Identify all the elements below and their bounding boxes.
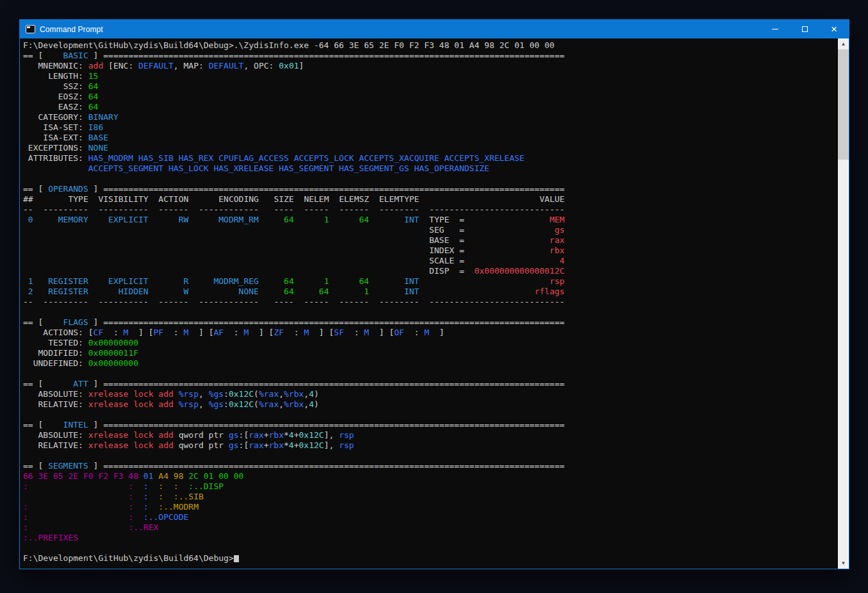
console-area: F:\Development\GitHub\zydis\Build64\Debu… bbox=[20, 38, 849, 569]
terminal-line: : : :..OPCODE bbox=[23, 512, 838, 522]
terminal-line: EASZ: 64 bbox=[23, 102, 838, 112]
terminal-line: LENGTH: 15 bbox=[23, 71, 838, 81]
triangle-up-icon: ▲ bbox=[841, 41, 846, 47]
terminal-line: TESTED: 0x00000000 bbox=[23, 338, 838, 348]
vertical-scrollbar[interactable]: ▲ ▼ bbox=[838, 38, 849, 569]
command-prompt-window: Command Prompt × F:\Development\GitHub\z… bbox=[19, 19, 849, 569]
terminal-line: -- --------- ---------- ------ ---------… bbox=[23, 205, 838, 215]
scrollbar-thumb[interactable] bbox=[838, 49, 849, 160]
scroll-down-button[interactable]: ▼ bbox=[838, 558, 849, 569]
terminal-line: ABSOLUTE: xrelease lock add qword ptr gs… bbox=[23, 430, 838, 440]
terminal-line: CATEGORY: BINARY bbox=[23, 112, 838, 122]
terminal-line: ## TYPE VISIBILITY ACTION ENCODING SIZE … bbox=[23, 194, 838, 205]
minimize-icon bbox=[772, 29, 778, 29]
terminal-line: == [ BASIC ] ===========================… bbox=[23, 51, 838, 61]
cmd-icon bbox=[26, 25, 35, 33]
close-button[interactable]: × bbox=[819, 20, 849, 38]
terminal-line: == [ SEGMENTS ] ========================… bbox=[23, 461, 838, 471]
terminal-line: ISA-EXT: BASE bbox=[23, 133, 838, 143]
terminal-line: RELATIVE: xrelease lock add qword ptr gs… bbox=[23, 440, 838, 451]
titlebar[interactable]: Command Prompt × bbox=[20, 20, 849, 38]
maximize-icon bbox=[802, 26, 808, 32]
terminal-line: INDEX = rbx bbox=[23, 246, 838, 256]
terminal-output[interactable]: F:\Development\GitHub\zydis\Build64\Debu… bbox=[20, 38, 838, 569]
terminal-line: 2 REGISTER HIDDEN W NONE 64 64 1 INT rfl… bbox=[23, 287, 838, 297]
terminal-line: 0 MEMORY EXPLICIT RW MODRM_RM 64 1 64 IN… bbox=[23, 215, 838, 225]
terminal-line bbox=[23, 451, 838, 461]
terminal-line: ACTIONS: [CF : M ] [PF : M ] [AF : M ] [… bbox=[23, 328, 838, 338]
terminal-line: : : : : : :..DISP bbox=[23, 481, 838, 492]
terminal-line: EXCEPTIONS: NONE bbox=[23, 143, 838, 153]
terminal-line: == [ INTEL ] ===========================… bbox=[23, 420, 838, 430]
terminal-line: == [ ATT ] =============================… bbox=[23, 379, 838, 389]
terminal-line: MODIFIED: 0x0000011F bbox=[23, 348, 838, 358]
terminal-line bbox=[23, 369, 838, 379]
terminal-line: SSZ: 64 bbox=[23, 81, 838, 92]
terminal-line: SCALE = 4 bbox=[23, 256, 838, 266]
triangle-down-icon: ▼ bbox=[841, 560, 846, 566]
terminal-line: == [ OPERANDS ] ========================… bbox=[23, 184, 838, 194]
window-title: Command Prompt bbox=[40, 25, 103, 34]
maximize-button[interactable] bbox=[790, 20, 819, 38]
terminal-line: UNDEFINED: 0x00000000 bbox=[23, 358, 838, 369]
close-icon: × bbox=[831, 24, 837, 35]
terminal-line: ABSOLUTE: xrelease lock add %rsp, %gs:0x… bbox=[23, 389, 838, 399]
terminal-line: :..PREFIXES bbox=[23, 533, 838, 543]
terminal-line bbox=[23, 410, 838, 420]
scroll-up-button[interactable]: ▲ bbox=[838, 38, 849, 49]
terminal-line: DISP = 0x000000000000012C bbox=[23, 266, 838, 276]
scrollbar-track[interactable] bbox=[838, 49, 849, 558]
terminal-line: EOSZ: 64 bbox=[23, 92, 838, 102]
terminal-cursor bbox=[234, 555, 239, 562]
minimize-button[interactable] bbox=[760, 20, 790, 38]
terminal-line: SEG = gs bbox=[23, 225, 838, 235]
terminal-line: 1 REGISTER EXPLICIT R MODRM_REG 64 1 64 … bbox=[23, 276, 838, 287]
terminal-line: == [ FLAGS ] ===========================… bbox=[23, 317, 838, 328]
terminal-line: BASE = rax bbox=[23, 235, 838, 246]
terminal-line: ATTRIBUTES: HAS_MODRM HAS_SIB HAS_REX CP… bbox=[23, 153, 838, 163]
terminal-line bbox=[23, 307, 838, 317]
terminal-line: MNEMONIC: add [ENC: DEFAULT, MAP: DEFAUL… bbox=[23, 61, 838, 71]
terminal-line bbox=[23, 543, 838, 553]
terminal-line bbox=[23, 174, 838, 184]
terminal-line: -- --------- ---------- ------ ---------… bbox=[23, 297, 838, 307]
terminal-line: : : : :..SIB bbox=[23, 492, 838, 502]
terminal-line: ISA-SET: I86 bbox=[23, 122, 838, 133]
terminal-line: RELATIVE: xrelease lock add %rsp, %gs:0x… bbox=[23, 399, 838, 410]
terminal-line: F:\Development\GitHub\zydis\Build64\Debu… bbox=[23, 553, 838, 564]
terminal-line: 66 3E 65 2E F0 F2 F3 48 01 A4 98 2C 01 0… bbox=[23, 471, 838, 481]
terminal-line: : :..REX bbox=[23, 522, 838, 533]
terminal-line: F:\Development\GitHub\zydis\Build64\Debu… bbox=[23, 40, 838, 51]
terminal-line: : : : :..MODRM bbox=[23, 502, 838, 512]
terminal-line: ACCEPTS_SEGMENT HAS_LOCK HAS_XRELEASE HA… bbox=[23, 163, 838, 174]
window-controls: × bbox=[760, 20, 849, 38]
